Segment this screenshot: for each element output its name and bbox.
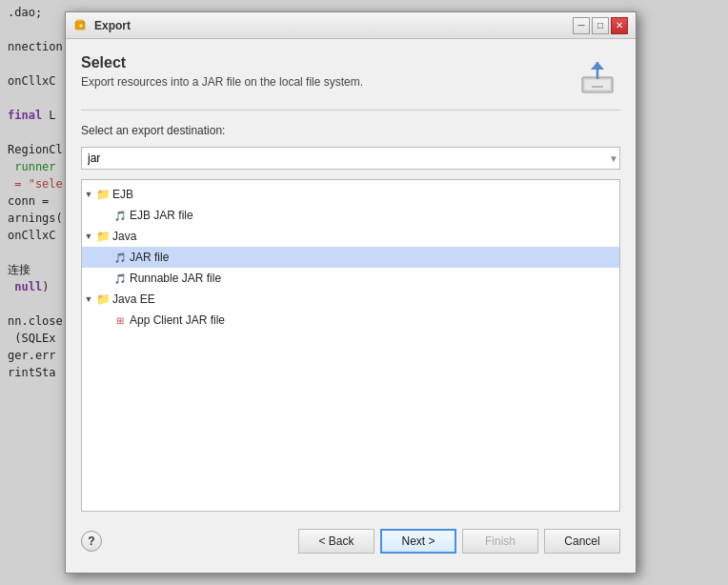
toggle-java[interactable]: ▼ xyxy=(82,230,95,243)
folder-icon-java: 📁 xyxy=(95,229,111,244)
tree-label-ejb-jar: EJB JAR file xyxy=(130,209,193,222)
window-controls: ─ □ ✕ xyxy=(573,17,628,34)
tree-item-jar-file[interactable]: 🎵 JAR file xyxy=(82,247,619,268)
file-icon-app-client: ⊞ xyxy=(112,313,128,328)
dialog-footer: ? < Back Next > Finish Cancel xyxy=(81,521,620,557)
tree-item-ejb[interactable]: ▼ 📁 EJB xyxy=(82,184,619,205)
dialog-title: Export xyxy=(94,19,573,32)
search-clear-icon[interactable]: ▼ xyxy=(609,153,618,164)
help-button[interactable]: ? xyxy=(81,531,102,552)
maximize-button[interactable]: □ xyxy=(592,17,609,34)
header-subtitle: Export resources into a JAR file on the … xyxy=(81,75,363,89)
minimize-button[interactable]: ─ xyxy=(573,17,590,34)
dialog-body: Select Export resources into a JAR file … xyxy=(66,39,636,573)
tree-item-java-ee[interactable]: ▼ 📁 Java EE xyxy=(82,289,619,310)
tree-label-jar-file: JAR file xyxy=(130,251,169,264)
tree-label-java-ee: Java EE xyxy=(112,292,155,306)
tree-item-java[interactable]: ▼ 📁 Java xyxy=(82,226,619,247)
tree-label-java: Java xyxy=(112,230,136,243)
header-text-block: Select Export resources into a JAR file … xyxy=(81,54,363,89)
folder-icon-java-ee: 📁 xyxy=(95,292,111,307)
tree-label-ejb: EJB xyxy=(112,188,133,201)
folder-icon-ejb: 📁 xyxy=(95,187,111,202)
file-icon-runnable-jar: 🎵 xyxy=(112,271,128,286)
svg-rect-2 xyxy=(584,79,611,91)
search-wrap: ▼ xyxy=(81,147,620,170)
next-button[interactable]: Next > xyxy=(380,529,456,554)
header-export-icon xyxy=(575,54,620,100)
cancel-button[interactable]: Cancel xyxy=(544,529,620,554)
tree-label-runnable-jar: Runnable JAR file xyxy=(130,272,221,285)
file-icon-ejb-jar: 🎵 xyxy=(112,208,128,223)
dialog-icon xyxy=(73,18,89,33)
back-button[interactable]: < Back xyxy=(298,529,374,554)
tree-list[interactable]: ▼ 📁 EJB 🎵 EJB JAR file ▼ 📁 Java 🎵 JAR xyxy=(81,179,620,512)
close-button[interactable]: ✕ xyxy=(611,17,628,34)
finish-button[interactable]: Finish xyxy=(462,529,538,554)
header-title: Select xyxy=(81,54,363,71)
tree-label-app-client: App Client JAR file xyxy=(130,313,225,327)
tree-item-app-client[interactable]: ⊞ App Client JAR file xyxy=(82,310,619,331)
file-icon-jar: 🎵 xyxy=(112,250,128,265)
dialog-header: Select Export resources into a JAR file … xyxy=(81,54,620,111)
tree-item-runnable-jar[interactable]: 🎵 Runnable JAR file xyxy=(82,268,619,289)
toggle-java-ee[interactable]: ▼ xyxy=(82,292,95,306)
destination-label: Select an export destination: xyxy=(81,124,620,137)
search-input[interactable] xyxy=(81,147,620,170)
tree-item-ejb-jar[interactable]: 🎵 EJB JAR file xyxy=(82,205,619,226)
export-dialog: Export ─ □ ✕ Select Export resources int… xyxy=(65,11,637,574)
title-bar: Export ─ □ ✕ xyxy=(66,12,636,39)
toggle-ejb[interactable]: ▼ xyxy=(82,188,95,201)
